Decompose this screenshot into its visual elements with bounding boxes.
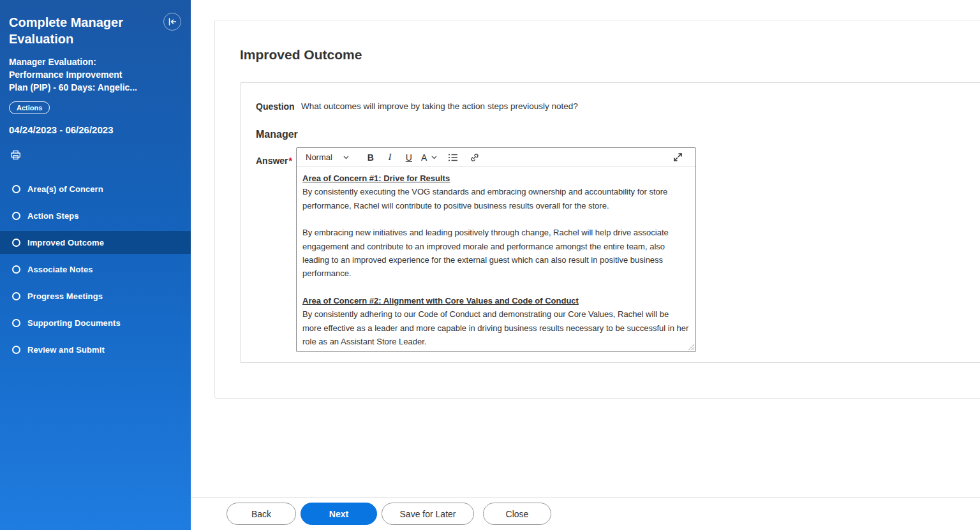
sidebar-step-associate-notes[interactable]: Associate Notes <box>0 258 191 281</box>
text-color-dropdown[interactable]: A <box>421 152 437 163</box>
step-label: Improved Outcome <box>27 238 104 247</box>
paragraph-style-value: Normal <box>306 152 332 162</box>
step-circle-icon <box>12 346 20 354</box>
main-area: Improved Outcome Question What outcomes … <box>191 0 980 530</box>
step-circle-icon <box>12 239 20 247</box>
evaluation-subtitle: Manager Evaluation: Performance Improvem… <box>9 55 182 94</box>
link-icon <box>470 152 480 163</box>
step-circle-icon <box>12 292 20 300</box>
expand-editor-button[interactable] <box>674 153 682 161</box>
sidebar-step-area-s-of-concern[interactable]: Area(s) of Concern <box>0 177 191 200</box>
question-label: Question <box>256 101 301 112</box>
editor-toolbar: Normal B I U A <box>297 148 695 167</box>
actions-button[interactable]: Actions <box>9 101 50 114</box>
bullet-list-icon <box>448 153 458 162</box>
save-for-later-button[interactable]: Save for Later <box>382 503 474 525</box>
collapse-left-icon <box>168 17 177 26</box>
step-circle-icon <box>12 319 20 327</box>
answer-label: Answer* <box>256 147 296 352</box>
print-button[interactable] <box>8 147 24 163</box>
resize-handle-icon[interactable] <box>688 344 695 351</box>
content-card: Improved Outcome Question What outcomes … <box>214 20 980 399</box>
footer-bar: Back Next Save for Later Close <box>191 497 980 530</box>
close-button[interactable]: Close <box>483 503 551 525</box>
question-row: Question What outcomes will improve by t… <box>256 101 968 112</box>
question-text: What outcomes will improve by taking the… <box>301 101 578 112</box>
expand-icon <box>674 153 682 161</box>
required-asterisk: * <box>289 156 292 166</box>
back-button[interactable]: Back <box>226 503 296 525</box>
editor-content[interactable]: Area of Concern #1: Drive for ResultsBy … <box>297 167 695 352</box>
sidebar: Complete Manager Evaluation Manager Eval… <box>0 0 191 530</box>
sidebar-title: Complete Manager Evaluation <box>9 14 159 47</box>
answer-label-text: Answer <box>256 156 288 166</box>
sidebar-step-supporting-documents[interactable]: Supporting Documents <box>0 311 191 334</box>
italic-button[interactable]: I <box>380 152 399 163</box>
sidebar-step-progress-meetings[interactable]: Progress Meetings <box>0 284 191 307</box>
editor-paragraph: By embracing new initiatives and leading… <box>302 226 690 281</box>
editor-paragraph: By consistently executing the VOG standa… <box>302 185 690 212</box>
page-title: Improved Outcome <box>240 47 980 63</box>
date-range: 04/24/2023 - 06/26/2023 <box>9 124 191 135</box>
step-circle-icon <box>12 185 20 193</box>
step-label: Progress Meetings <box>27 291 103 301</box>
step-label: Area(s) of Concern <box>27 184 103 194</box>
step-label: Review and Submit <box>27 345 105 355</box>
sidebar-steps: Area(s) of ConcernAction StepsImproved O… <box>0 177 191 361</box>
step-label: Supporting Documents <box>27 318 121 328</box>
next-button[interactable]: Next <box>301 503 377 525</box>
bullet-list-button[interactable] <box>448 153 458 162</box>
chevron-down-icon <box>343 156 349 159</box>
printer-icon <box>10 150 21 160</box>
editor-paragraph: By consistently adhering to our Code of … <box>302 307 690 348</box>
underline-button[interactable]: U <box>399 152 419 163</box>
sidebar-step-action-steps[interactable]: Action Steps <box>0 204 191 227</box>
editor-heading: Area of Concern #1: Drive for Results <box>302 172 690 185</box>
question-panel: Question What outcomes will improve by t… <box>240 82 980 363</box>
step-circle-icon <box>12 212 20 220</box>
sidebar-step-review-and-submit[interactable]: Review and Submit <box>0 338 191 361</box>
manager-heading: Manager <box>256 129 968 140</box>
sidebar-step-improved-outcome[interactable]: Improved Outcome <box>0 231 191 254</box>
rich-text-editor[interactable]: Normal B I U A <box>296 147 696 352</box>
chevron-down-icon <box>431 156 437 159</box>
answer-row: Answer* Normal B I U <box>256 147 968 352</box>
step-circle-icon <box>12 265 20 274</box>
editor-heading: Area of Concern #2: Alignment with Core … <box>302 294 690 307</box>
step-label: Associate Notes <box>27 265 93 274</box>
text-color-letter: A <box>421 152 427 163</box>
bold-button[interactable]: B <box>361 152 380 163</box>
link-button[interactable] <box>470 152 480 163</box>
paragraph-style-dropdown[interactable]: Normal <box>306 152 349 162</box>
collapse-panel-button[interactable] <box>163 13 181 31</box>
step-label: Action Steps <box>27 211 79 221</box>
